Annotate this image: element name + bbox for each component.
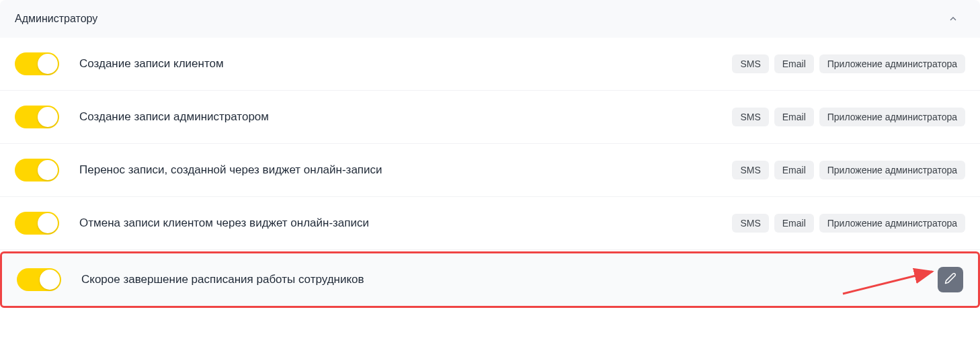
setting-label: Отмена записи клиентом через виджет онла… bbox=[79, 216, 712, 230]
channel-badges: SMS Email Приложение администратора bbox=[732, 214, 965, 233]
badge-admin-app: Приложение администратора bbox=[819, 161, 965, 179]
section-header[interactable]: Администратору bbox=[0, 0, 980, 38]
badge-email: Email bbox=[774, 161, 814, 179]
setting-row: Создание записи администратором SMS Emai… bbox=[0, 91, 980, 144]
chevron-up-icon bbox=[948, 13, 958, 24]
toggle-switch[interactable] bbox=[15, 106, 59, 128]
toggle-switch[interactable] bbox=[15, 159, 59, 182]
setting-label: Скорое завершение расписания работы сотр… bbox=[81, 273, 917, 286]
channel-badges: SMS Email Приложение администратора bbox=[732, 108, 965, 126]
setting-row-highlighted: Скорое завершение расписания работы сотр… bbox=[0, 251, 980, 308]
edit-button[interactable] bbox=[938, 267, 963, 292]
setting-row: Отмена записи клиентом через виджет онла… bbox=[0, 197, 980, 250]
badge-email: Email bbox=[774, 214, 814, 233]
badge-email: Email bbox=[774, 54, 814, 73]
toggle-switch[interactable] bbox=[17, 268, 61, 291]
setting-label: Создание записи администратором bbox=[79, 110, 712, 124]
badge-admin-app: Приложение администратора bbox=[819, 214, 965, 233]
badge-sms: SMS bbox=[732, 214, 768, 233]
channel-badges: SMS Email Приложение администратора bbox=[732, 161, 965, 179]
toggle-switch[interactable] bbox=[15, 52, 59, 75]
badge-email: Email bbox=[774, 108, 814, 126]
badge-admin-app: Приложение администратора bbox=[819, 108, 965, 126]
toggle-switch[interactable] bbox=[15, 212, 59, 235]
setting-row: Перенос записи, созданной через виджет о… bbox=[0, 144, 980, 197]
badge-sms: SMS bbox=[732, 161, 768, 179]
setting-label: Создание записи клиентом bbox=[79, 57, 712, 71]
setting-label: Перенос записи, созданной через виджет о… bbox=[79, 163, 712, 177]
badge-sms: SMS bbox=[732, 108, 768, 126]
admin-section: Администратору Создание записи клиентом … bbox=[0, 0, 980, 308]
setting-row: Создание записи клиентом SMS Email Прило… bbox=[0, 38, 980, 91]
badge-sms: SMS bbox=[732, 54, 768, 73]
channel-badges: SMS Email Приложение администратора bbox=[732, 54, 965, 73]
section-title: Администратору bbox=[15, 13, 97, 25]
pencil-icon bbox=[944, 272, 956, 287]
badge-admin-app: Приложение администратора bbox=[819, 54, 965, 73]
